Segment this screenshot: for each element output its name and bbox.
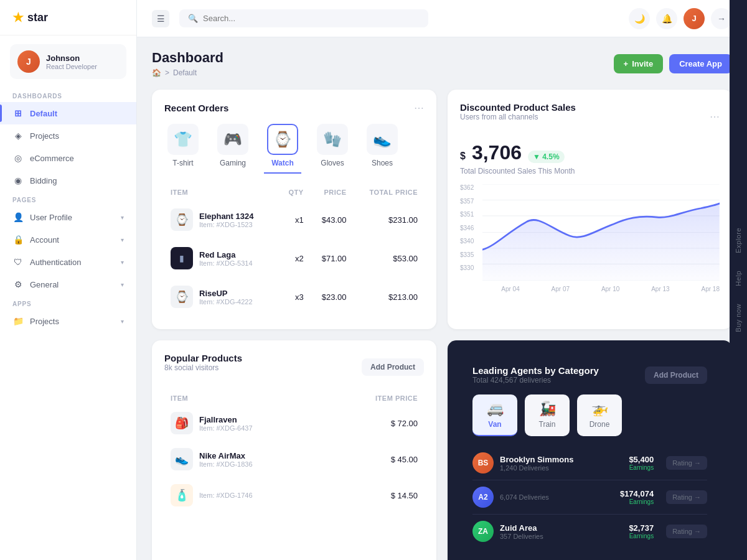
rating-button[interactable]: Rating → — [666, 456, 707, 470]
qty-cell: x2 — [278, 240, 308, 277]
avatar: J — [17, 50, 40, 73]
sidebar-item-authentication[interactable]: 🛡 Authentication ▾ — [0, 251, 136, 273]
agent-earnings: $174,074 — [620, 489, 654, 498]
tab-watch[interactable]: ⌚ Watch — [264, 124, 301, 174]
tab-gaming[interactable]: 🎮 Gaming — [214, 124, 251, 174]
orders-table: ITEM QTY PRICE TOTAL PRICE ⌚ — [164, 184, 424, 317]
product-image: 🎒 — [171, 412, 193, 434]
card-subtitle: Total 424,567 deliveries — [472, 376, 599, 385]
col-qty: QTY — [278, 185, 308, 200]
item-cell: ▮ Red Laga Item: #XDG-5314 — [171, 247, 272, 269]
sidebar-item-account[interactable]: 🔒 Account ▾ — [0, 228, 136, 251]
chart-y-axis: $362 $357 $351 $346 $340 $335 $330 — [460, 184, 474, 271]
item-name: RiseUP — [199, 289, 253, 298]
theme-toggle-button[interactable]: 🌙 — [629, 8, 650, 29]
right-tabs: Explore Help Buy now — [730, 0, 747, 560]
table-row: ⌚ RiseUP Item: #XDG-4222 x3 $23.00 $213.… — [166, 278, 423, 315]
page-title: Dashboard — [152, 50, 223, 66]
y-label: $340 — [460, 238, 474, 245]
create-app-button[interactable]: Create App — [669, 54, 732, 73]
sidebar-item-label: Default — [30, 109, 57, 118]
item-cell: ⌚ RiseUP Item: #XDG-4222 — [171, 286, 272, 308]
agent-avatar: ZA — [472, 521, 494, 542]
y-label: $335 — [460, 251, 474, 258]
table-row: 👟 Nike AirMax Item: #XDG-1836 $ 45.00 — [166, 442, 423, 477]
recent-orders-card: Recent Orders ⋯ 👕 T-shirt 🎮 Gaming ⌚ — [152, 90, 436, 329]
card-header: Discounted Product Sales Users from all … — [460, 102, 720, 131]
price-cell: $71.00 — [310, 240, 352, 277]
item-sku: Item: #XDG-4222 — [199, 298, 253, 306]
product-tabs: 👕 T-shirt 🎮 Gaming ⌚ Watch 🧤 Gloves — [164, 124, 424, 174]
table-row: ▮ Red Laga Item: #XDG-5314 x2 $71.00 $53… — [166, 240, 423, 277]
rating-button[interactable]: Rating → — [666, 525, 707, 538]
tab-gloves[interactable]: 🧤 Gloves — [314, 124, 351, 174]
sales-chart — [482, 184, 720, 281]
tab-shoes[interactable]: 👟 Shoes — [364, 124, 401, 174]
logo-star-icon: ★ — [12, 10, 24, 25]
van-label: Van — [488, 420, 501, 429]
sidebar-item-user-profile[interactable]: 👤 User Profile ▾ — [0, 206, 136, 228]
sidebar-item-projects[interactable]: ◈ Projects — [0, 124, 136, 147]
sidebar-item-bidding[interactable]: ◉ Bidding — [0, 169, 136, 192]
tshirt-icon: 👕 — [167, 124, 199, 155]
gear-icon: ⚙ — [12, 279, 24, 290]
product-image: 🧴 — [171, 484, 193, 506]
popular-products-card: Popular Products 8k social visitors Add … — [152, 340, 436, 560]
product-name: Fjallraven — [199, 415, 253, 424]
y-label: $351 — [460, 211, 474, 218]
gloves-label: Gloves — [321, 159, 344, 167]
collapse-button[interactable]: ☰ — [152, 10, 169, 27]
card-header: Leading Agents by Category Total 424,567… — [472, 365, 707, 385]
tab-train[interactable]: 🚂 Train — [525, 394, 570, 436]
add-product-dark-button[interactable]: Add Product — [645, 366, 707, 384]
breadcrumb: 🏠 > Default — [152, 68, 223, 77]
user-icon: 👤 — [12, 212, 24, 223]
x-label: Apr 10 — [601, 286, 619, 292]
card-title: Popular Products — [164, 353, 242, 363]
header-avatar[interactable]: J — [684, 8, 705, 29]
sidebar-item-label: Bidding — [30, 176, 57, 185]
section-label-apps: APPS — [0, 296, 136, 310]
explore-tab[interactable]: Explore — [731, 219, 746, 262]
sidebar-item-general[interactable]: ⚙ General ▾ — [0, 273, 136, 296]
sidebar-item-projects-app[interactable]: 📁 Projects ▾ — [0, 310, 136, 332]
help-tab[interactable]: Help — [731, 262, 746, 295]
sales-amount: $ 3,706 ▼ 4.5% — [460, 141, 720, 164]
agent-deliveries: 1,240 Deliveries — [500, 464, 573, 472]
sidebar-item-label: Account — [30, 235, 59, 245]
sidebar-item-ecommerce[interactable]: ◎ eCommerce — [0, 147, 136, 169]
table-row: ⌚ Elephant 1324 Item: #XDG-1523 x1 $43.0… — [166, 201, 423, 238]
sidebar-item-default[interactable]: ⊞ Default — [0, 102, 136, 124]
avatar-image: J — [17, 50, 40, 73]
buy-now-tab[interactable]: Buy now — [731, 295, 746, 341]
sidebar-profile[interactable]: J Johnson React Developer — [10, 44, 126, 79]
add-product-button[interactable]: Add Product — [362, 358, 424, 376]
card-menu-icon[interactable]: ⋯ — [710, 111, 720, 123]
search-input[interactable] — [203, 14, 420, 23]
card-menu-icon[interactable]: ⋯ — [414, 102, 424, 114]
popular-subtitle: 8k social visitors — [164, 363, 242, 372]
agent-deliveries: 357 Deliveries — [500, 533, 543, 540]
rating-button[interactable]: Rating → — [666, 490, 707, 504]
sales-total-label: Total Discounted Sales This Month — [460, 167, 720, 175]
shield-icon: 🛡 — [12, 256, 24, 268]
page-actions: + Invite Create App — [614, 54, 732, 73]
tab-van[interactable]: 🚐 Van — [472, 394, 517, 436]
sidebar-item-label: Projects — [30, 317, 59, 326]
sales-number: 3,706 — [472, 141, 522, 164]
x-label: Apr 18 — [702, 286, 720, 292]
product-sku: Item: #XDG-6437 — [199, 424, 253, 432]
notification-button[interactable]: 🔔 — [656, 8, 677, 29]
diamond-icon: ◈ — [12, 130, 24, 141]
item-image: ⌚ — [171, 208, 193, 231]
train-label: Train — [539, 420, 556, 429]
invite-button[interactable]: + Invite — [614, 54, 664, 73]
card-title: Discounted Product Sales — [460, 102, 576, 113]
arrow-icon[interactable]: → — [711, 8, 732, 29]
section-label-dashboards: DASHBOARDS — [0, 88, 136, 102]
x-label: Apr 04 — [501, 286, 519, 292]
tab-drone[interactable]: 🚁 Drone — [577, 394, 622, 436]
tab-tshirt[interactable]: 👕 T-shirt — [164, 124, 202, 174]
drone-icon: 🚁 — [591, 401, 608, 417]
item-image: ▮ — [171, 247, 193, 269]
